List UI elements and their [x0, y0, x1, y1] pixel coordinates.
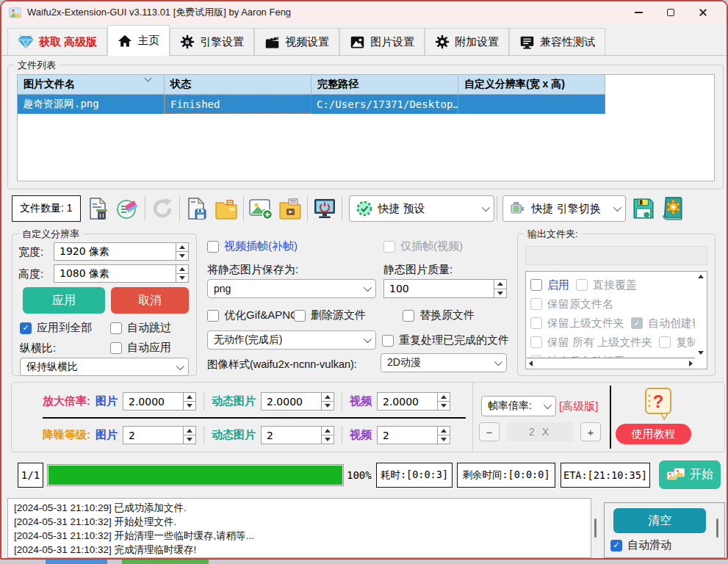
tutorial-button[interactable]: 使用教程: [616, 424, 691, 444]
add-image-button[interactable]: [246, 194, 275, 223]
framerate-minus-button[interactable]: −: [479, 422, 500, 441]
tab-compatibility-test[interactable]: 兼容性测试: [509, 28, 605, 55]
checkbox-icon: [294, 310, 306, 322]
table-row[interactable]: 趣奇资源网.png Finished C:/Users/17371/Deskto…: [18, 95, 605, 114]
delete-source-checkbox[interactable]: 删除源文件: [294, 308, 366, 322]
quality-spinner[interactable]: 100: [383, 279, 507, 298]
engine-switch-dropdown[interactable]: 快捷 引擎切换: [502, 195, 626, 222]
denoise-gif-spinner[interactable]: 2: [261, 426, 334, 444]
clear-log-button[interactable]: 清空: [613, 508, 706, 533]
denoise-video-spinner[interactable]: 2: [377, 426, 450, 444]
taskbar-sliver: [0, 560, 728, 564]
scroll-right-icon[interactable]: [689, 361, 693, 366]
enable-output-folder-checkbox[interactable]: 启用: [530, 278, 569, 292]
auto-skip-checkbox[interactable]: 自动跳过: [110, 321, 171, 335]
start-button[interactable]: 开始: [659, 460, 721, 489]
vfi-only-checkbox[interactable]: 仅插帧(视频): [383, 239, 463, 253]
load-file-list-button[interactable]: [212, 194, 241, 223]
autoscroll-checkbox[interactable]: ✓ 自动滑动: [610, 538, 671, 552]
vertical-scrollbar[interactable]: [695, 272, 706, 357]
auto-create-output-checkbox[interactable]: ✓ 自动创建输: [631, 317, 703, 330]
column-header-status[interactable]: 状态: [165, 75, 311, 95]
spinner-arrows[interactable]: [183, 393, 195, 410]
tab-get-premium[interactable]: 获取 高级版: [7, 28, 107, 55]
reprocess-finished-checkbox[interactable]: 重复处理已完成的文件: [382, 333, 509, 347]
scale-image-spinner[interactable]: 2.0000: [123, 392, 196, 411]
log-area[interactable]: [2024-05-31 21:10:29] 已成功添加文件. [2024-05-…: [7, 498, 591, 558]
cell-filename[interactable]: 趣奇资源网.png: [18, 95, 165, 114]
splitter-handle[interactable]: [716, 518, 718, 538]
image-style-dropdown[interactable]: 2D动漫: [381, 353, 507, 372]
spinner-arrows[interactable]: [321, 427, 334, 444]
save-file-list-button[interactable]: [182, 194, 212, 223]
framerate-plus-button[interactable]: +: [580, 422, 601, 441]
spinner-arrows[interactable]: [494, 280, 506, 297]
tab-home[interactable]: 主页: [107, 25, 170, 56]
tab-engine-settings[interactable]: B 引擎设置: [170, 28, 254, 55]
tab-video-settings[interactable]: 视频设置: [254, 28, 339, 55]
framerate-multiplier-dropdown[interactable]: 帧率倍率:: [481, 396, 556, 416]
maximize-button[interactable]: [655, 1, 687, 24]
width-spinner[interactable]: 1920 像素: [54, 242, 189, 261]
post-action-dropdown[interactable]: 无动作(完成后): [207, 330, 376, 350]
overwrite-checkbox[interactable]: 直接覆盖: [576, 278, 637, 292]
svg-text:?: ?: [653, 391, 664, 411]
auto-apply-checkbox[interactable]: 自动应用: [110, 341, 171, 355]
replace-original-checkbox[interactable]: 替换原文件: [403, 308, 475, 322]
preset-dropdown[interactable]: 快捷 预设: [349, 195, 494, 222]
tab-image-settings[interactable]: 图片设置: [339, 28, 425, 55]
video-frame-interpolation-checkbox[interactable]: 视频插帧(补帧): [207, 239, 298, 253]
tab-additional-settings[interactable]: 附加设置: [425, 28, 509, 55]
start-images-icon: [666, 466, 685, 484]
spinner-arrows[interactable]: [183, 427, 195, 444]
scroll-left-icon[interactable]: [529, 361, 533, 366]
spinner-arrows[interactable]: [321, 393, 334, 410]
apply-all-checkbox[interactable]: ✓ 应用到全部: [20, 321, 92, 335]
add-video-folder-button[interactable]: [275, 194, 305, 223]
copy-checkbox[interactable]: 复制: [659, 336, 698, 350]
remove-file-button[interactable]: [84, 194, 113, 223]
output-options-list[interactable]: 启用 直接覆盖 保留原文件名 保留上级文件夹: [525, 271, 707, 369]
minimize-button[interactable]: [622, 1, 655, 24]
cell-status[interactable]: Finished: [165, 95, 311, 114]
apply-button[interactable]: 应用: [23, 287, 105, 314]
save-settings-button[interactable]: [629, 194, 658, 223]
spinner-arrows[interactable]: [176, 265, 188, 282]
horizontal-scrollbar[interactable]: [527, 358, 695, 368]
column-header-filename[interactable]: 图片文件名: [18, 75, 165, 95]
save-format-dropdown[interactable]: png: [207, 279, 376, 298]
floppy-save-icon: [631, 196, 656, 221]
close-button[interactable]: [687, 1, 719, 24]
keep-parent-folder-checkbox[interactable]: 保留上级文件夹: [530, 317, 624, 330]
splitter-handle[interactable]: [594, 518, 597, 538]
aspect-ratio-dropdown[interactable]: 保持纵横比: [20, 358, 189, 376]
spinner-arrows[interactable]: [176, 243, 188, 260]
cell-resolution[interactable]: [458, 95, 605, 114]
add-image-icon: [248, 197, 273, 220]
spinner-arrows[interactable]: [437, 427, 450, 444]
refresh-button[interactable]: [148, 194, 177, 223]
cell-path[interactable]: C:/Users/17371/Desktop…: [311, 95, 458, 114]
column-header-resolution[interactable]: 自定义分辨率(宽 x 高): [458, 75, 605, 95]
keep-filename-checkbox[interactable]: 保留原文件名: [530, 297, 613, 311]
shutdown-monitor-button[interactable]: [310, 194, 339, 223]
keep-all-parents-checkbox[interactable]: 保留 所有 上级文件夹: [530, 336, 652, 350]
optimize-gif-checkbox[interactable]: 优化Gif&APNG: [207, 308, 299, 322]
output-path-field[interactable]: [525, 246, 707, 265]
rates-box: 放大倍率: 图片 2.0000 动态图片 2.0000 视频 2.0000: [11, 382, 725, 452]
column-header-path[interactable]: 完整路径: [311, 75, 458, 95]
scroll-up-icon[interactable]: [698, 275, 704, 278]
denoise-image-spinner[interactable]: 2: [123, 426, 196, 444]
clear-list-button[interactable]: [113, 194, 143, 223]
progress-percent: 100%: [347, 469, 372, 481]
image-style-label: 图像样式(waifu2x-ncnn-vulkan):: [207, 358, 357, 372]
scroll-down-icon[interactable]: [698, 351, 704, 355]
spinner-arrows[interactable]: [437, 393, 450, 410]
cancel-button[interactable]: 取消: [111, 287, 189, 314]
scale-gif-spinner[interactable]: 2.0000: [261, 392, 334, 411]
settings-book-button[interactable]: [658, 194, 688, 223]
file-table[interactable]: 图片文件名 状态 完整路径 自定义分辨率(宽 x 高) 趣奇资源网.png Fi…: [17, 74, 715, 181]
checkbox-icon: [382, 335, 394, 347]
scale-video-spinner[interactable]: 2.0000: [377, 392, 450, 411]
height-spinner[interactable]: 1080 像素: [54, 264, 189, 283]
